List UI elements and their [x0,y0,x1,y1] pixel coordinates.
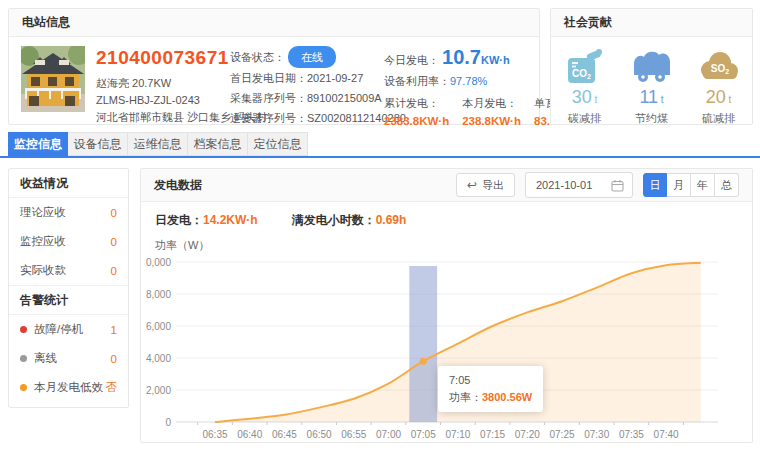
svg-text:07:30: 07:30 [584,429,609,440]
station-panel-title: 电站信息 [9,9,539,37]
inverter-sn-row: 逆变器序列号：SZ00208112140280 [230,108,380,128]
so2-reduction-item: SO2 20 t 硫减排 [689,46,749,126]
range-month-button[interactable]: 月 [667,173,691,197]
co2-reduction-icon: CO2 [563,47,607,84]
co2-label: 碳减排 [555,111,615,126]
station-photo [21,46,85,112]
svg-text:06:50: 06:50 [307,429,332,440]
svg-text:0: 0 [165,417,171,428]
svg-text:06:40: 06:40 [237,429,262,440]
range-button-group: 日 月 年 总 [643,173,739,197]
coal-saved-item: 11 t 节约煤 [622,46,682,126]
tab-maintenance-info[interactable]: 运维信息 [128,132,188,156]
svg-text:07:20: 07:20 [515,429,540,440]
so2-reduction-icon: SO2 [697,50,741,84]
fault-status-dot [20,326,27,333]
station-code: ZLMS-HBJ-ZJL-0243 [96,92,230,109]
co2-value: 30 [572,87,592,107]
tab-archive-info[interactable]: 档案信息 [188,132,248,156]
full-hours-stat: 满发电小时数：0.69h [292,212,407,229]
power-chart-svg[interactable]: 02,0004,0006,0008,00010,00006:3506:4006:… [146,254,746,450]
online-status-badge: 在线 [288,46,336,68]
alarm-section-title: 告警统计 [9,285,128,315]
svg-text:2,000: 2,000 [146,385,171,396]
svg-text:06:45: 06:45 [272,429,297,440]
income-row-actual: 实际收款0 [9,256,128,285]
y-axis-title: 功率（W） [141,229,752,253]
svg-text:07:35: 07:35 [619,429,644,440]
dashboard-page: 电站信息 210400073671 赵海亮 20.7KW ZLMS-HBJ-ZJ… [0,0,760,457]
tabbar-underline [0,156,760,158]
device-status-row: 设备状态：在线 [230,46,380,68]
svg-text:06:35: 06:35 [202,429,227,440]
income-section-title: 收益情况 [9,169,128,198]
income-row-theoretical: 理论应收0 [9,198,128,227]
tab-location-info[interactable]: 定位信息 [248,132,308,156]
daily-generation-stat: 日发电：14.2KW·h [155,212,258,229]
station-id: 210400073671 [96,47,230,69]
svg-text:07:10: 07:10 [445,429,470,440]
coal-value: 11 [639,87,658,107]
date-picker[interactable] [525,172,633,198]
offline-status-dot [20,355,27,362]
alarm-row-low-efficiency: 本月发电低效否 [9,373,128,402]
coal-saved-icon [629,47,675,84]
social-contribution-panel: 社会贡献 CO2 30 t 碳减排 11 t [550,8,753,125]
power-chart[interactable]: 02,0004,0006,0008,00010,00006:3506:4006:… [146,254,749,450]
svg-text:07:05: 07:05 [411,429,436,440]
collector-sn-row: 采集器序列号：89100215009A [230,88,380,108]
tab-monitor-info[interactable]: 监控信息 [8,132,68,156]
tab-device-info[interactable]: 设备信息 [68,132,128,156]
station-owner: 赵海亮 20.7KW [96,75,230,92]
main-tabbar: 监控信息 设备信息 运维信息 档案信息 定位信息 [8,132,308,156]
so2-value: 20 [706,87,726,107]
export-arrow-icon: ↩ [467,178,477,192]
svg-text:07:40: 07:40 [654,429,679,440]
coal-label: 节约煤 [622,111,682,126]
svg-text:07:15: 07:15 [480,429,505,440]
svg-text:10,000: 10,000 [146,257,171,268]
station-address: 河北省邯郸市魏县 沙口集乡 码头村 [96,109,230,126]
social-panel-title: 社会贡献 [551,9,752,37]
station-info-panel: 电站信息 210400073671 赵海亮 20.7KW ZLMS-HBJ-ZJ… [8,8,540,125]
range-day-button[interactable]: 日 [643,173,667,197]
today-generation-value: 10.7 [442,46,481,68]
cumulative-generation: 累计发电：2383.8KW·h [384,96,449,127]
chart-tooltip: 7:05 功率：3800.56W [438,366,543,412]
utilization-value: 97.78% [450,75,487,87]
export-button[interactable]: ↩ 导出 [456,173,515,197]
svg-text:6,000: 6,000 [146,321,171,332]
svg-text:06:55: 06:55 [341,429,366,440]
tooltip-power-value: 3800.56W [482,391,532,403]
chart-panel-title: 发电数据 [154,177,202,194]
generation-data-panel: 发电数据 ↩ 导出 日 月 [140,168,753,443]
calendar-icon[interactable] [611,179,624,192]
month-generation: 本月发电：238.8KW·h [462,96,521,127]
first-gen-row: 首日发电日期：2021-09-27 [230,68,380,88]
range-total-button[interactable]: 总 [715,173,739,197]
svg-text:8,000: 8,000 [146,289,171,300]
svg-text:07:00: 07:00 [376,429,401,440]
date-input[interactable] [534,178,611,192]
so2-label: 硫减排 [689,111,749,126]
income-row-monitored: 监控应收0 [9,227,128,256]
income-alarm-sidebar: 收益情况 理论应收0 监控应收0 实际收款0 告警统计 故障/停机1 离线0 本… [8,168,129,408]
svg-text:4,000: 4,000 [146,353,171,364]
alarm-row-offline: 离线0 [9,344,128,373]
co2-reduction-item: CO2 30 t 碳减排 [555,46,615,126]
range-year-button[interactable]: 年 [691,173,715,197]
low-efficiency-status-dot [20,384,27,391]
svg-text:07:25: 07:25 [549,429,574,440]
tooltip-time: 7:05 [449,372,532,389]
alarm-row-fault: 故障/停机1 [9,315,128,344]
